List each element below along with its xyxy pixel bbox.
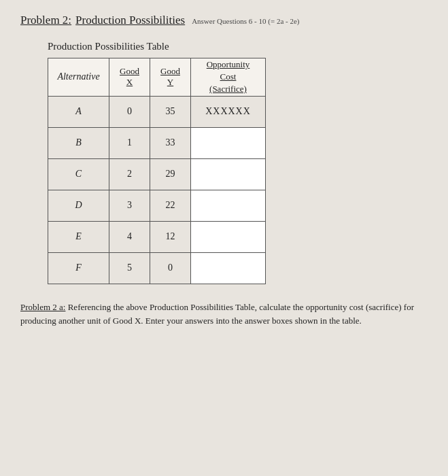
good-y-cell: 22 — [150, 190, 191, 221]
opportunity-cost-cell[interactable] — [191, 190, 266, 221]
table-row: C229 — [48, 158, 266, 190]
good-y-cell: 35 — [150, 96, 191, 127]
col-opportunity-cost-header: Opportunity Cost (Sacrifice) — [191, 58, 266, 97]
good-y-cell: 12 — [150, 221, 191, 252]
table-row: F50 — [48, 252, 266, 284]
good-x-cell: 3 — [109, 190, 150, 221]
opportunity-cost-cell[interactable] — [191, 158, 266, 190]
good-x-cell: 4 — [109, 221, 150, 252]
table-row: B133 — [48, 127, 266, 158]
problem-title: Production Possibilities — [75, 14, 185, 27]
table-row: A035XXXXXX — [48, 96, 266, 127]
alt-cell: E — [48, 221, 109, 252]
answer-instruction: Answer Questions 6 - 10 (= 2a - 2e) — [192, 17, 299, 25]
good-x-cell: 5 — [109, 252, 150, 284]
problem-header: Problem 2: Production Possibilities Answ… — [20, 14, 428, 27]
production-possibilities-table: Alternative Good X Good Y Opportunity Co… — [48, 58, 266, 284]
opportunity-cost-cell[interactable] — [191, 127, 266, 158]
alt-cell: A — [48, 96, 109, 127]
good-x-cell: 1 — [109, 127, 150, 158]
good-y-cell: 0 — [150, 252, 191, 284]
problem-footer: Problem 2 a: Referencing the above Produ… — [20, 301, 428, 329]
good-y-cell: 29 — [150, 158, 191, 190]
good-y-cell: 33 — [150, 127, 191, 158]
good-x-cell: 2 — [109, 158, 150, 190]
problem-number: Problem 2: — [20, 14, 71, 27]
col-good-x-header: Good X — [109, 58, 150, 97]
footer-label: Problem 2 a: — [20, 302, 65, 312]
alt-cell: B — [48, 127, 109, 158]
table-row: D322 — [48, 190, 266, 221]
table-section: Production Possibilities Table Alternati… — [48, 41, 428, 284]
alt-cell: F — [48, 252, 109, 284]
table-title: Production Possibilities Table — [48, 41, 428, 52]
alt-cell: D — [48, 190, 109, 221]
good-x-cell: 0 — [109, 96, 150, 127]
table-row: E412 — [48, 221, 266, 252]
opportunity-cost-cell[interactable] — [191, 252, 266, 284]
opportunity-cost-cell: XXXXXX — [191, 96, 266, 127]
alt-cell: C — [48, 158, 109, 190]
col-alternative-header: Alternative — [48, 58, 109, 97]
footer-text: Referencing the above Production Possibi… — [20, 302, 414, 326]
col-good-y-header: Good Y — [150, 58, 191, 97]
opportunity-cost-cell[interactable] — [191, 221, 266, 252]
